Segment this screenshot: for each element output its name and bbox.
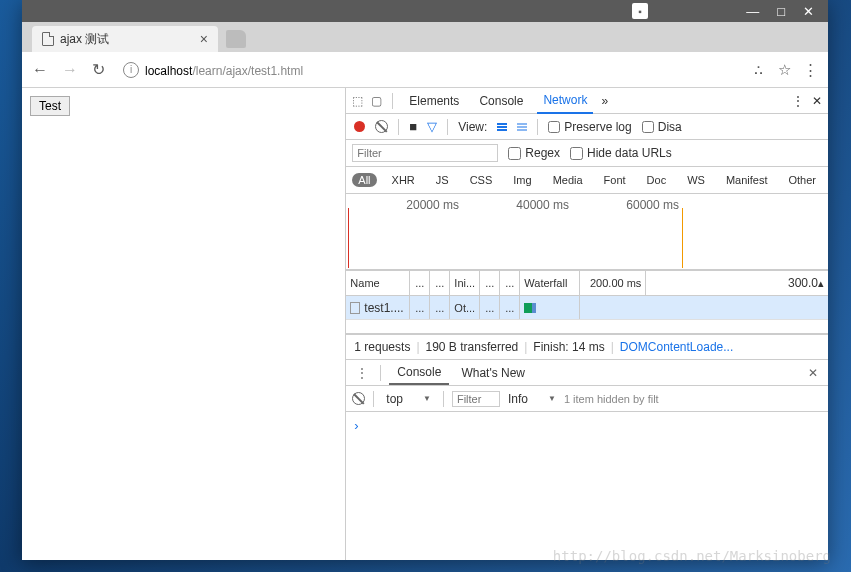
filter-img[interactable]: Img: [507, 173, 537, 187]
filter-all[interactable]: All: [352, 173, 376, 187]
col-name[interactable]: Name: [346, 271, 410, 295]
regex-checkbox[interactable]: Regex: [508, 146, 560, 160]
back-button[interactable]: ←: [32, 61, 48, 79]
console-filter-input[interactable]: [452, 391, 500, 407]
console-toolbar: top Info 1 item hidden by filt: [346, 386, 828, 412]
drawer-tab-console[interactable]: Console: [389, 361, 449, 385]
col-h1[interactable]: ...: [410, 271, 430, 295]
timeline-marker-end: [682, 208, 683, 268]
prompt-icon: ›: [354, 418, 358, 433]
view-list-icon[interactable]: [497, 123, 507, 131]
page-content: Test: [22, 88, 345, 560]
preserve-log-checkbox[interactable]: Preserve log: [548, 120, 631, 134]
record-button[interactable]: [354, 121, 365, 132]
tab-strip: ajax 测试 ×: [22, 22, 828, 52]
filter-media[interactable]: Media: [547, 173, 589, 187]
cell-initiator: Ot...: [450, 296, 480, 319]
col-initiator[interactable]: Ini...: [450, 271, 480, 295]
inspect-icon[interactable]: ⬚: [352, 94, 363, 108]
minimize-button[interactable]: —: [746, 4, 759, 19]
col-300[interactable]: 300.0▴: [646, 271, 828, 295]
network-status: 1 requests | 190 B transferred | Finish:…: [346, 334, 828, 360]
tab-elements[interactable]: Elements: [403, 89, 465, 113]
drawer-close-icon[interactable]: ✕: [804, 366, 822, 380]
filter-doc[interactable]: Doc: [641, 173, 673, 187]
filter-bar: Regex Hide data URLs: [346, 140, 828, 167]
menu-icon[interactable]: ⋮: [803, 61, 818, 79]
device-icon[interactable]: ▢: [371, 94, 382, 108]
tab-title: ajax 测试: [60, 31, 194, 48]
info-icon[interactable]: i: [123, 62, 139, 78]
address-bar: ← → ↻ i localhost/learn/ajax/test1.html …: [22, 52, 828, 88]
status-requests: 1 requests: [354, 340, 410, 354]
tab-console[interactable]: Console: [473, 89, 529, 113]
col-h2[interactable]: ...: [430, 271, 450, 295]
filter-icon[interactable]: ▽: [427, 119, 437, 134]
context-select[interactable]: top: [382, 392, 435, 406]
user-icon[interactable]: ▪: [632, 3, 648, 19]
devtools-close-icon[interactable]: ✕: [812, 94, 822, 108]
test-button[interactable]: Test: [30, 96, 70, 116]
filter-manifest[interactable]: Manifest: [720, 173, 774, 187]
titlebar: ▪ — □ ✕: [22, 0, 828, 22]
cell-name: test1....: [346, 296, 410, 319]
bookmark-icon[interactable]: ☆: [778, 61, 791, 79]
type-filter-bar: All XHR JS CSS Img Media Font Doc WS Man…: [346, 167, 828, 194]
cell-waterfall: [520, 296, 580, 319]
filter-css[interactable]: CSS: [464, 173, 499, 187]
drawer-tab-whatsnew[interactable]: What's New: [453, 362, 533, 384]
screenshot-icon[interactable]: ■: [409, 119, 417, 134]
clear-button[interactable]: [375, 120, 388, 133]
reload-button[interactable]: ↻: [92, 60, 105, 79]
tab-network[interactable]: Network: [537, 88, 593, 114]
cell-4: ...: [500, 296, 520, 319]
filter-js[interactable]: JS: [430, 173, 455, 187]
tick-2: 40000 ms: [516, 198, 569, 212]
cell-2: ...: [430, 296, 450, 319]
cell-timing: [580, 296, 828, 319]
col-200[interactable]: 200.00 ms: [580, 271, 646, 295]
console-clear-button[interactable]: [352, 392, 365, 405]
devtools-menu-icon[interactable]: ⋮: [792, 94, 804, 108]
filter-ws[interactable]: WS: [681, 173, 711, 187]
file-icon: [42, 32, 54, 46]
new-tab-button[interactable]: [226, 30, 246, 48]
watermark: http://blog.csdn.net/Marksinoberg: [553, 548, 831, 564]
tick-3: 60000 ms: [626, 198, 679, 212]
browser-tab[interactable]: ajax 测试 ×: [32, 26, 218, 52]
filter-input[interactable]: [352, 144, 498, 162]
level-select[interactable]: Info: [504, 392, 560, 406]
disable-cache-checkbox[interactable]: Disa: [642, 120, 682, 134]
drawer-menu-icon[interactable]: ⋮: [352, 366, 372, 380]
view-detail-icon[interactable]: [517, 123, 527, 131]
tab-close-icon[interactable]: ×: [200, 31, 208, 47]
col-h3[interactable]: ...: [480, 271, 500, 295]
network-toolbar: ■ ▽ View: Preserve log Disa: [346, 114, 828, 140]
forward-button[interactable]: →: [62, 61, 78, 79]
url-text: localhost/learn/ajax/test1.html: [145, 61, 303, 78]
table-header: Name ... ... Ini... ... ... Waterfall 20…: [346, 270, 828, 296]
filter-xhr[interactable]: XHR: [386, 173, 421, 187]
table-row[interactable]: test1.... ... ... Ot... ... ...: [346, 296, 828, 320]
tabs-overflow-icon[interactable]: »: [601, 94, 608, 108]
filter-font[interactable]: Font: [598, 173, 632, 187]
drawer-tabs: ⋮ Console What's New ✕: [346, 360, 828, 386]
timeline-marker-start: [348, 208, 349, 268]
hidden-count: 1 item hidden by filt: [564, 393, 659, 405]
filter-other[interactable]: Other: [782, 173, 822, 187]
col-h4[interactable]: ...: [500, 271, 520, 295]
cell-1: ...: [410, 296, 430, 319]
col-waterfall[interactable]: Waterfall: [520, 271, 580, 295]
url-field[interactable]: i localhost/learn/ajax/test1.html: [119, 57, 737, 83]
status-transferred: 190 B transferred: [426, 340, 519, 354]
console-body[interactable]: ›: [346, 412, 828, 560]
maximize-button[interactable]: □: [777, 4, 785, 19]
browser-window: ▪ — □ ✕ ajax 测试 × ← → ↻ i localhost/lear…: [22, 0, 828, 560]
view-label: View:: [458, 120, 487, 134]
devtools-panel: ⬚ ▢ Elements Console Network » ⋮ ✕ ■ ▽ V…: [345, 88, 828, 560]
hide-data-urls-checkbox[interactable]: Hide data URLs: [570, 146, 672, 160]
translate-icon[interactable]: ⛬: [751, 61, 766, 78]
devtools-tabs: ⬚ ▢ Elements Console Network » ⋮ ✕: [346, 88, 828, 114]
close-button[interactable]: ✕: [803, 4, 814, 19]
timeline[interactable]: 20000 ms 40000 ms 60000 ms: [346, 194, 828, 270]
